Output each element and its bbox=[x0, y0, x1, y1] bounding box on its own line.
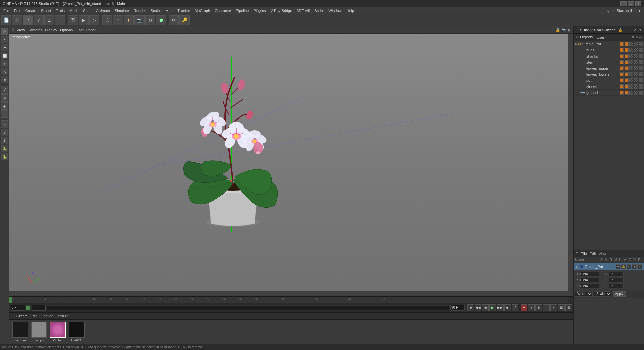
play-fwd-button[interactable]: ▶▶ bbox=[497, 304, 504, 311]
rb-tab-edit[interactable]: Edit bbox=[590, 252, 596, 256]
chip-r-pot[interactable] bbox=[625, 78, 629, 82]
menu-edit[interactable]: Edit bbox=[12, 8, 23, 13]
end-frame-input[interactable] bbox=[450, 305, 465, 311]
current-frame-input[interactable] bbox=[11, 305, 25, 311]
chip-r-lu[interactable] bbox=[625, 66, 629, 70]
y-input[interactable] bbox=[579, 278, 599, 282]
viewport-region[interactable]: Perspective bbox=[9, 34, 573, 296]
chip-l-ll[interactable] bbox=[639, 72, 643, 76]
chip-r-buds[interactable] bbox=[625, 48, 629, 52]
chip-m-lu[interactable] bbox=[629, 66, 633, 70]
loop-button[interactable]: ↺ bbox=[512, 304, 518, 311]
viewport-scrollbar-v[interactable] bbox=[568, 34, 573, 291]
menu-animate[interactable]: Animate bbox=[94, 8, 112, 13]
chip-m2-shanks[interactable] bbox=[634, 54, 638, 58]
chip-m2-ground[interactable] bbox=[634, 91, 638, 95]
scale-dropdown[interactable]: Scale bbox=[594, 291, 611, 297]
obj-orchid-pot[interactable]: ▶ 🗂 Orchid_Pot bbox=[574, 41, 644, 47]
chip-l-ground[interactable] bbox=[639, 91, 643, 95]
menu-motion-tracker[interactable]: Motion Tracker bbox=[163, 8, 192, 13]
menu-create[interactable]: Create bbox=[23, 8, 38, 13]
subdiv-close-button[interactable]: ✕ bbox=[634, 28, 637, 32]
toolbar-anim[interactable]: ⟳ bbox=[169, 15, 179, 25]
chip-l-pot[interactable] bbox=[639, 78, 643, 82]
mat-vis-btn[interactable]: 👁 bbox=[627, 264, 631, 269]
mat-lock-btn[interactable]: 🔒 bbox=[621, 264, 626, 269]
mat-arrow-btn[interactable]: ↑ bbox=[632, 264, 637, 269]
mat-x-btn[interactable]: × bbox=[637, 264, 642, 269]
chip-m2-stem[interactable] bbox=[634, 60, 638, 64]
z-input[interactable] bbox=[579, 284, 599, 288]
toolbar-z[interactable]: Z bbox=[44, 15, 54, 25]
prev-frame-button[interactable]: ◀◀ bbox=[475, 304, 481, 311]
tool-extrude[interactable]: ⊞ bbox=[1, 94, 8, 102]
toolbar-key[interactable]: 🔑 bbox=[179, 15, 190, 25]
rb-tab-view[interactable]: View bbox=[599, 252, 607, 256]
chip-m2-buds[interactable] bbox=[634, 48, 638, 52]
chip-r-stem[interactable] bbox=[625, 60, 629, 64]
menu-sculpt[interactable]: Sculpt bbox=[149, 8, 163, 13]
mat-tab-create[interactable]: Create bbox=[16, 314, 28, 318]
obj-stones[interactable]: ⟵ stones bbox=[574, 83, 644, 90]
menu-plugins[interactable]: Plugins bbox=[251, 8, 268, 13]
obj-pot[interactable]: ⟵ pot bbox=[574, 77, 644, 83]
menu-character[interactable]: Character bbox=[213, 8, 233, 13]
key-sel-button[interactable]: ○ bbox=[543, 304, 550, 311]
chip-l-shanks[interactable] bbox=[639, 54, 643, 58]
menu-snap[interactable]: Snap bbox=[81, 8, 94, 13]
chip-v-shanks[interactable] bbox=[620, 54, 624, 58]
vp-menu-options[interactable]: Options bbox=[60, 28, 73, 32]
chip-m-pot[interactable] bbox=[629, 78, 633, 82]
material-pla004[interactable]: PLA004.. bbox=[69, 322, 85, 342]
toolbar-new[interactable]: 📄 bbox=[1, 15, 11, 25]
mat-tab-function[interactable]: Function bbox=[39, 314, 53, 318]
chip-r-stones[interactable] bbox=[625, 84, 629, 89]
chip-m2-ll[interactable] bbox=[634, 72, 638, 76]
om-sort-icon[interactable]: ⇅ bbox=[632, 35, 634, 39]
chip-vis[interactable] bbox=[620, 42, 624, 46]
subdiv-arrow-icon[interactable]: ▼ bbox=[639, 28, 642, 32]
obj-leaves-upper[interactable]: ⟵ leaves_upper bbox=[574, 65, 644, 71]
tool-bridge[interactable]: ⚌ bbox=[1, 110, 8, 118]
tool-spline[interactable]: ∿ bbox=[1, 120, 8, 128]
material-mat-pot[interactable]: mat_pot bbox=[31, 322, 47, 342]
maximize-button[interactable]: □ bbox=[628, 1, 634, 6]
chip-v-stem[interactable] bbox=[620, 60, 624, 64]
toolbar-redo[interactable]: Y bbox=[34, 15, 44, 25]
vp-menu-panel[interactable]: Panel bbox=[86, 28, 96, 32]
obj-ground[interactable]: ⟵ ground bbox=[574, 90, 644, 96]
x-input[interactable] bbox=[579, 272, 599, 276]
b-input[interactable] bbox=[609, 284, 624, 288]
obj-stem[interactable]: ⟵ stem bbox=[574, 59, 644, 65]
chip-v-ground[interactable] bbox=[620, 91, 624, 95]
tool-edge[interactable]: ━ bbox=[1, 44, 8, 51]
om-tab-objects[interactable]: Objects bbox=[579, 35, 593, 39]
chip-m-buds[interactable] bbox=[629, 48, 633, 52]
menu-3dtoall[interactable]: 3DToAll bbox=[295, 8, 312, 13]
tool-nurbs[interactable]: S bbox=[1, 129, 8, 136]
toolbar-undo[interactable]: ↺ bbox=[23, 15, 33, 25]
rb-tab-file[interactable]: File bbox=[581, 252, 587, 256]
chip-m-stones[interactable] bbox=[629, 84, 633, 89]
chip-m-stem[interactable] bbox=[629, 60, 633, 64]
auto-key-button[interactable]: ? bbox=[528, 304, 535, 311]
toolbar-render-region[interactable]: ⬚ bbox=[55, 15, 65, 25]
tool-skeleton[interactable]: $ bbox=[1, 137, 8, 144]
play-button[interactable]: ▶ bbox=[489, 304, 496, 311]
world-dropdown[interactable]: World bbox=[575, 291, 593, 297]
menu-vray[interactable]: V-Ray Bridge bbox=[269, 8, 294, 13]
menu-help[interactable]: Help bbox=[345, 8, 356, 13]
timeline-view-btn[interactable]: ⊟ bbox=[558, 304, 565, 311]
menu-simulate[interactable]: Simulate bbox=[113, 8, 131, 13]
chip-m2-pot[interactable] bbox=[634, 78, 638, 82]
chip-v-lu[interactable] bbox=[620, 66, 624, 70]
toolbar-cube[interactable]: ⬡ bbox=[102, 15, 112, 25]
apply-button[interactable]: Apply bbox=[613, 291, 626, 297]
chip-v-ll[interactable] bbox=[620, 72, 624, 76]
toolbar-camera[interactable]: 📷 bbox=[134, 15, 145, 25]
menu-script[interactable]: Script bbox=[312, 8, 326, 13]
toolbar-film[interactable]: 🎬 bbox=[68, 15, 78, 25]
chip-m2-lu[interactable] bbox=[634, 66, 638, 70]
menu-render[interactable]: Render bbox=[132, 8, 148, 13]
viewport-scrollbar-h[interactable] bbox=[9, 291, 573, 296]
